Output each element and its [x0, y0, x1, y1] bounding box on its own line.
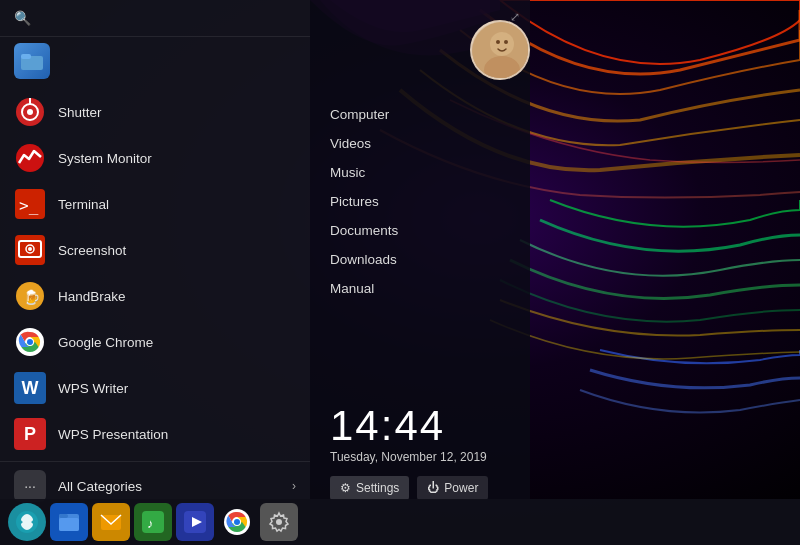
wps-writer-icon: W	[14, 372, 46, 404]
start-menu: 🔍 Shutter	[0, 0, 310, 510]
app-item-screenshot[interactable]: Screenshot	[0, 227, 310, 273]
app-item-google-chrome[interactable]: Google Chrome	[0, 319, 310, 365]
app-list: Shutter System Monitor >_ Terminal	[0, 85, 310, 461]
wps-writer-label: WPS Writer	[58, 381, 128, 396]
chevron-right-icon: ›	[292, 479, 296, 493]
handbrake-label: HandBrake	[58, 289, 126, 304]
search-icon: 🔍	[14, 10, 31, 26]
svg-point-5	[27, 109, 33, 115]
nav-downloads[interactable]: Downloads	[330, 245, 510, 274]
nav-computer[interactable]: Computer	[330, 100, 510, 129]
taskbar: ♪	[0, 499, 800, 545]
svg-point-29	[504, 40, 508, 44]
power-button[interactable]: ⏻ Power	[417, 476, 488, 500]
panel-buttons: ⚙ Settings ⏻ Power	[330, 476, 510, 500]
svg-point-19	[27, 339, 33, 345]
nav-links: Computer Videos Music Pictures Documents…	[310, 100, 530, 303]
taskbar-settings-icon[interactable]	[260, 503, 298, 541]
shutter-label: Shutter	[58, 105, 102, 120]
taskbar-files-icon[interactable]	[50, 503, 88, 541]
taskbar-music-icon[interactable]: ♪	[134, 503, 172, 541]
svg-point-41	[234, 519, 240, 525]
search-input[interactable]	[39, 10, 296, 26]
shutter-icon	[14, 96, 46, 128]
nav-videos[interactable]: Videos	[330, 129, 510, 158]
folder-icon	[14, 43, 50, 79]
svg-point-26	[490, 32, 514, 56]
clock-date: Tuesday, November 12, 2019	[330, 450, 510, 464]
wps-presentation-label: WPS Presentation	[58, 427, 168, 442]
taskbar-start-button[interactable]	[8, 503, 46, 541]
app-item-wps-writer[interactable]: W WPS Writer	[0, 365, 310, 411]
search-bar[interactable]: 🔍	[0, 0, 310, 37]
svg-rect-32	[59, 518, 79, 531]
nav-music[interactable]: Music	[330, 158, 510, 187]
avatar-image	[472, 22, 528, 78]
user-avatar[interactable]	[470, 20, 530, 80]
settings-label: Settings	[356, 481, 399, 495]
power-icon: ⏻	[427, 481, 439, 495]
svg-point-42	[276, 519, 282, 525]
right-panel: ⤢ Computer Videos Music Pictures Documen…	[310, 0, 530, 510]
app-item-wps-presentation[interactable]: P WPS Presentation	[0, 411, 310, 457]
svg-point-28	[496, 40, 500, 44]
system-monitor-label: System Monitor	[58, 151, 152, 166]
settings-icon: ⚙	[340, 481, 351, 495]
svg-rect-2	[21, 54, 31, 59]
nav-pictures[interactable]: Pictures	[330, 187, 510, 216]
svg-text:>_: >_	[19, 196, 39, 215]
clock-time: 14:44	[330, 402, 510, 450]
svg-rect-33	[59, 514, 68, 518]
power-label: Power	[444, 481, 478, 495]
app-folder[interactable]	[0, 37, 310, 85]
terminal-icon: >_	[14, 188, 46, 220]
system-monitor-icon	[14, 142, 46, 174]
svg-text:🍺: 🍺	[23, 289, 41, 306]
taskbar-chrome-icon[interactable]	[218, 503, 256, 541]
nav-documents[interactable]: Documents	[330, 216, 510, 245]
svg-text:♪: ♪	[147, 516, 154, 531]
app-item-terminal[interactable]: >_ Terminal	[0, 181, 310, 227]
wps-presentation-icon: P	[14, 418, 46, 450]
clock-section: 14:44 Tuesday, November 12, 2019 ⚙ Setti…	[310, 402, 530, 510]
svg-point-13	[28, 247, 32, 251]
handbrake-icon: 🍺	[14, 280, 46, 312]
more-icon: ···	[14, 470, 46, 502]
screenshot-icon	[14, 234, 46, 266]
app-item-system-monitor[interactable]: System Monitor	[0, 135, 310, 181]
chrome-icon	[14, 326, 46, 358]
taskbar-player-icon[interactable]	[176, 503, 214, 541]
all-categories-label: All Categories	[58, 479, 142, 494]
screenshot-label: Screenshot	[58, 243, 126, 258]
settings-button[interactable]: ⚙ Settings	[330, 476, 409, 500]
chrome-label: Google Chrome	[58, 335, 153, 350]
terminal-label: Terminal	[58, 197, 109, 212]
app-item-handbrake[interactable]: 🍺 HandBrake	[0, 273, 310, 319]
nav-manual[interactable]: Manual	[330, 274, 510, 303]
taskbar-mail-icon[interactable]	[92, 503, 130, 541]
app-item-shutter[interactable]: Shutter	[0, 89, 310, 135]
